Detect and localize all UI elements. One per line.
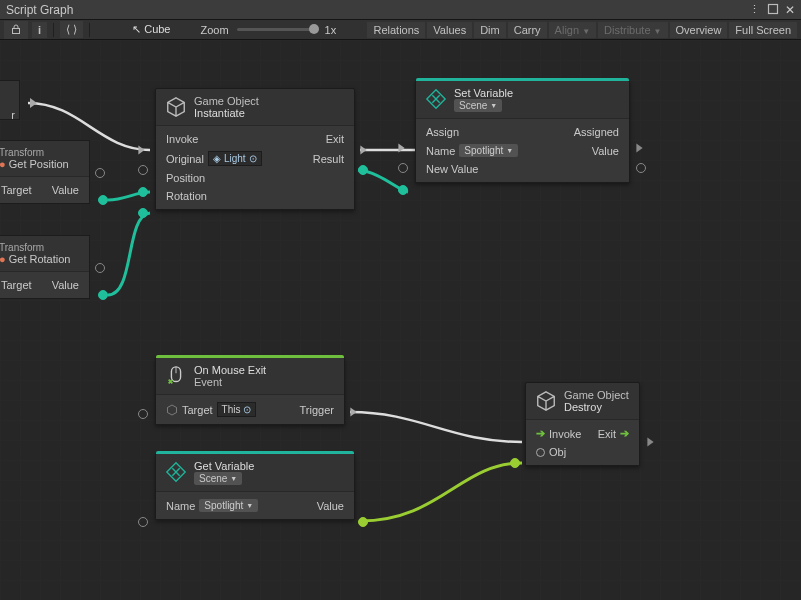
port[interactable] <box>398 185 408 195</box>
cube-icon <box>164 95 188 119</box>
overview-button[interactable]: Overview <box>670 22 728 38</box>
port[interactable] <box>95 263 105 273</box>
zoom-value: 1x <box>325 24 337 36</box>
shape-indicator[interactable]: ↖ Cube <box>132 23 170 36</box>
zoom-label: Zoom <box>200 24 228 36</box>
window-title: Script Graph <box>6 3 73 17</box>
target-field[interactable]: This ⊙ <box>217 402 257 417</box>
code-button[interactable]: ⟨ ⟩ <box>60 21 83 38</box>
port[interactable] <box>138 187 148 197</box>
port[interactable] <box>138 165 148 175</box>
original-field[interactable]: ◈ Light ⊙ <box>208 151 262 166</box>
info-button[interactable]: i <box>32 22 47 38</box>
svg-rect-0 <box>769 4 778 13</box>
get-rotation-node[interactable]: Transform ● Get Rotation TargetValue <box>0 235 90 299</box>
svg-rect-1 <box>13 28 20 33</box>
flow-in-port[interactable] <box>138 146 144 155</box>
values-button[interactable]: Values <box>427 22 472 38</box>
port[interactable] <box>95 168 105 178</box>
name-dropdown[interactable]: Spotlight▼ <box>199 499 258 512</box>
mouse-event-icon <box>164 364 188 388</box>
variable-icon <box>164 460 188 484</box>
lock-button[interactable] <box>4 21 28 39</box>
zoom-slider[interactable] <box>237 28 317 31</box>
set-variable-node[interactable]: Set VariableScene▼ AssignAssigned Name S… <box>415 80 630 183</box>
port[interactable] <box>358 165 368 175</box>
close-icon[interactable]: ✕ <box>785 3 795 17</box>
variable-icon <box>424 87 448 111</box>
port[interactable] <box>98 195 108 205</box>
name-dropdown[interactable]: Spotlight▼ <box>459 144 518 157</box>
flow-out-port[interactable] <box>360 146 366 155</box>
destroy-node[interactable]: Game ObjectDestroy ➔ InvokeExit ➔ Obj <box>525 382 640 466</box>
get-position-node[interactable]: Transform ● Get Position TargetValue <box>0 140 90 204</box>
port[interactable] <box>510 458 520 468</box>
fragment-node[interactable]: r <box>0 80 20 120</box>
title-bar: Script Graph ⋮ ✕ <box>0 0 801 20</box>
toolbar: i ⟨ ⟩ ↖ Cube Zoom 1x Relations Values Di… <box>0 20 801 40</box>
menu-dots-icon[interactable]: ⋮ <box>749 3 761 17</box>
port[interactable] <box>138 517 148 527</box>
port[interactable] <box>98 290 108 300</box>
graph-canvas[interactable]: r Transform ● Get Position TargetValue T… <box>0 40 801 600</box>
carry-button[interactable]: Carry <box>508 22 547 38</box>
flow-out-port[interactable] <box>350 408 356 417</box>
get-variable-node[interactable]: Get VariableScene▼ Name Spotlight▼Value <box>155 453 355 520</box>
flow-in-port[interactable] <box>398 144 404 153</box>
port[interactable] <box>138 409 148 419</box>
instantiate-node[interactable]: Game ObjectInstantiate InvokeExit Origin… <box>155 88 355 210</box>
scope-dropdown[interactable]: Scene▼ <box>454 99 502 112</box>
port[interactable] <box>358 517 368 527</box>
fullscreen-button[interactable]: Full Screen <box>729 22 797 38</box>
flow-out-port[interactable] <box>647 438 653 447</box>
on-mouse-exit-node[interactable]: On Mouse ExitEvent Target This ⊙Trigger <box>155 357 345 425</box>
port[interactable] <box>138 208 148 218</box>
flow-out-port[interactable] <box>30 98 37 108</box>
align-button[interactable]: Align ▼ <box>549 22 596 38</box>
distribute-button[interactable]: Distribute ▼ <box>598 22 667 38</box>
flow-out-port[interactable] <box>636 144 642 153</box>
scope-dropdown[interactable]: Scene▼ <box>194 472 242 485</box>
cube-small-icon <box>166 404 178 416</box>
relations-button[interactable]: Relations <box>367 22 425 38</box>
cube-icon <box>534 389 558 413</box>
dim-button[interactable]: Dim <box>474 22 506 38</box>
maximize-icon[interactable] <box>767 3 779 15</box>
port[interactable] <box>636 163 646 173</box>
port[interactable] <box>398 163 408 173</box>
